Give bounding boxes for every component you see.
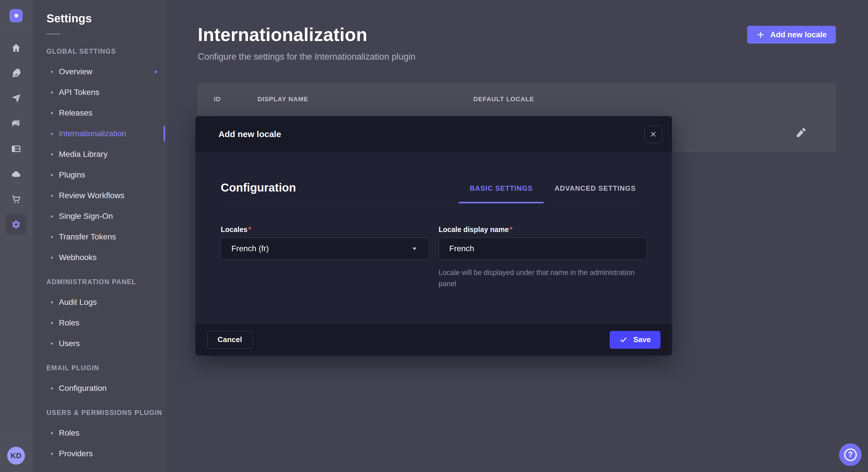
notification-dot-icon	[154, 71, 157, 73]
subnav-title: Settings	[46, 12, 165, 25]
active-indicator	[164, 126, 165, 141]
sidebar-item-media-library[interactable]: Media Library	[33, 144, 165, 165]
modal-close-button[interactable]	[644, 125, 662, 143]
bullet-icon	[51, 92, 53, 94]
section-global-settings: GLOBAL SETTINGS Overview API Tokens Rele…	[33, 41, 165, 268]
bullet-icon	[51, 343, 53, 345]
home-icon[interactable]	[11, 43, 21, 53]
bullet-icon	[51, 432, 53, 434]
locale-display-name-label: Locale display name*	[439, 225, 513, 233]
close-icon	[650, 131, 657, 138]
sidebar-item-internationalization[interactable]: Internationalization	[33, 123, 165, 144]
sidebar-item-transfer-tokens[interactable]: Transfer Tokens	[33, 227, 165, 247]
locale-display-name-input-wrap	[439, 238, 647, 260]
screen: KD Settings GLOBAL SETTINGS Overview API…	[0, 0, 868, 472]
modal-title: Add new locale	[218, 129, 281, 139]
check-icon	[619, 336, 627, 344]
plus-icon	[756, 30, 765, 39]
layout-panel-icon[interactable]	[11, 144, 21, 154]
page-header: Internationalization Configure the setti…	[166, 0, 868, 62]
sidebar-item-releases[interactable]: Releases	[33, 103, 165, 123]
page-title: Internationalization	[198, 24, 415, 45]
bullet-icon	[51, 387, 53, 390]
locale-display-name-input[interactable]	[449, 244, 636, 253]
modal-header: Add new locale	[195, 116, 672, 153]
column-header-display-name: DISPLAY NAME	[257, 96, 473, 103]
add-new-locale-button[interactable]: Add new locale	[747, 26, 836, 43]
section-administration-panel: ADMINISTRATION PANEL Audit Logs Roles Us…	[33, 272, 165, 354]
icon-rail: KD	[0, 0, 32, 472]
tab-advanced-settings[interactable]: ADVANCED SETTINGS	[544, 184, 647, 203]
required-asterisk: *	[248, 225, 251, 233]
configuration-header-row: Configuration BASIC SETTINGS ADVANCED SE…	[221, 153, 647, 203]
sidebar-item-label: Overview	[59, 67, 92, 76]
modal-fields-row: Locales* French (fr) Locale display name…	[221, 225, 647, 289]
sidebar-item-label: Plugins	[59, 170, 85, 179]
cancel-button[interactable]: Cancel	[207, 331, 253, 349]
sidebar-item-label: Single Sign-On	[59, 212, 113, 221]
modal-body: Configuration BASIC SETTINGS ADVANCED SE…	[195, 153, 672, 324]
bullet-icon	[51, 301, 53, 303]
rail-icons	[5, 43, 27, 230]
sidebar-item-api-tokens[interactable]: API Tokens	[33, 82, 165, 103]
paper-plane-icon[interactable]	[11, 93, 21, 103]
section-label: ADMINISTRATION PANEL	[33, 272, 165, 292]
sidebar-item-webhooks[interactable]: Webhooks	[33, 247, 165, 268]
subnav-sections: GLOBAL SETTINGS Overview API Tokens Rele…	[33, 41, 165, 464]
locales-select[interactable]: French (fr)	[221, 238, 429, 260]
bullet-icon	[51, 215, 53, 217]
sidebar-item-label: Webhooks	[59, 253, 97, 262]
section-email-plugin: EMAIL PLUGIN Configuration	[33, 358, 165, 399]
sidebar-item-up-roles[interactable]: Roles	[33, 423, 165, 443]
modal-tabs: BASIC SETTINGS ADVANCED SETTINGS	[459, 184, 647, 203]
feather-icon[interactable]	[11, 68, 21, 78]
rail-bottom-divider	[0, 439, 32, 440]
bullet-icon	[51, 236, 53, 238]
locale-display-name-field: Locale display name* Locale will be disp…	[439, 225, 647, 289]
sidebar-item-audit-logs[interactable]: Audit Logs	[33, 292, 165, 312]
caret-down-icon	[411, 245, 418, 252]
sidebar-item-single-sign-on[interactable]: Single Sign-On	[33, 206, 165, 227]
section-label: EMAIL PLUGIN	[33, 358, 165, 378]
media-gallery-icon[interactable]	[11, 119, 21, 129]
bullet-icon	[51, 71, 53, 73]
sidebar-item-email-configuration[interactable]: Configuration	[33, 378, 165, 399]
save-button[interactable]: Save	[610, 331, 660, 349]
locales-table-header: ID DISPLAY NAME DEFAULT LOCALE	[198, 83, 836, 115]
sidebar-item-admin-users[interactable]: Users	[33, 333, 165, 354]
sidebar-item-review-workflows[interactable]: Review Workflows	[33, 185, 165, 206]
strapi-logo-icon[interactable]	[9, 9, 23, 22]
section-label: GLOBAL SETTINGS	[33, 41, 165, 61]
locales-label: Locales*	[221, 225, 251, 233]
section-label: USERS & PERMISSIONS PLUGIN	[33, 403, 165, 423]
tab-basic-settings[interactable]: BASIC SETTINGS	[459, 184, 544, 203]
settings-subnav: Settings GLOBAL SETTINGS Overview API To…	[33, 0, 165, 472]
sidebar-item-overview[interactable]: Overview	[33, 61, 165, 82]
sidebar-item-label: API Tokens	[59, 88, 99, 97]
help-button[interactable]: ?	[839, 443, 862, 466]
cloud-icon[interactable]	[11, 169, 21, 179]
sidebar-item-label: Internationalization	[59, 129, 126, 138]
sidebar-item-label: Configuration	[59, 384, 107, 393]
page-subtitle: Configure the settings for the Internati…	[198, 52, 415, 62]
column-header-default-locale: DEFAULT LOCALE	[473, 96, 836, 103]
rail-bottom: KD	[0, 439, 32, 472]
question-mark-icon: ?	[844, 448, 857, 461]
sidebar-item-plugins[interactable]: Plugins	[33, 165, 165, 185]
user-avatar[interactable]: KD	[7, 447, 25, 465]
shopping-cart-icon[interactable]	[11, 194, 21, 204]
locale-display-name-hint: Locale will be displayed under that name…	[439, 267, 647, 289]
locales-field: Locales* French (fr)	[221, 225, 429, 289]
locales-select-value: French (fr)	[231, 244, 269, 253]
sidebar-item-label: Audit Logs	[59, 298, 97, 307]
bullet-icon	[51, 322, 53, 324]
sidebar-item-up-providers[interactable]: Providers	[33, 443, 165, 464]
save-button-label: Save	[633, 335, 651, 344]
edit-locale-button[interactable]	[794, 127, 807, 140]
column-header-id: ID	[214, 96, 257, 103]
section-users-permissions-plugin: USERS & PERMISSIONS PLUGIN Roles Provide…	[33, 403, 165, 464]
sidebar-item-admin-roles[interactable]: Roles	[33, 312, 165, 333]
pencil-icon	[795, 127, 806, 139]
sidebar-item-label: Roles	[59, 318, 80, 328]
settings-gear-icon[interactable]	[11, 220, 21, 230]
